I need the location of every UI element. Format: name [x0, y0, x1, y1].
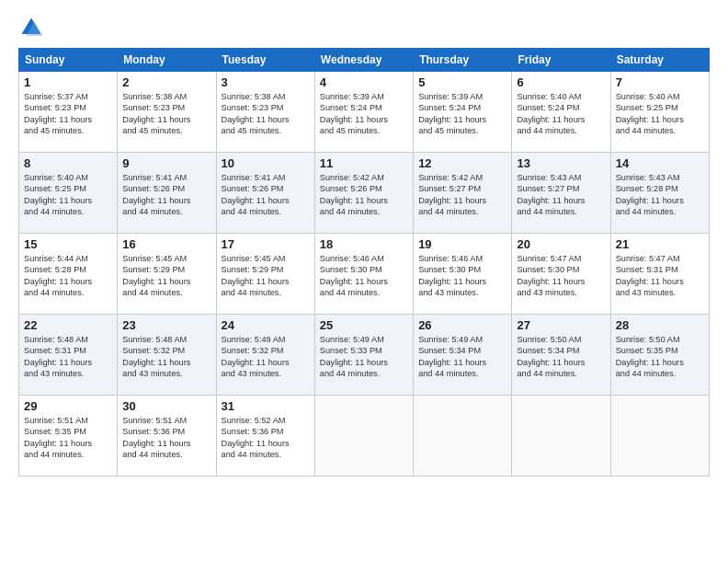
- day-info: Sunrise: 5:51 AM Sunset: 5:36 PM Dayligh…: [122, 415, 210, 461]
- day-info: Sunrise: 5:47 AM Sunset: 5:30 PM Dayligh…: [517, 253, 605, 299]
- calendar-cell: 30 Sunrise: 5:51 AM Sunset: 5:36 PM Dayl…: [118, 396, 216, 477]
- day-number: 24: [222, 318, 310, 332]
- calendar-cell: 26 Sunrise: 5:49 AM Sunset: 5:34 PM Dayl…: [414, 315, 512, 396]
- calendar-cell: 17 Sunrise: 5:45 AM Sunset: 5:29 PM Dayl…: [216, 234, 314, 315]
- day-number: 7: [616, 75, 704, 89]
- day-info: Sunrise: 5:43 AM Sunset: 5:28 PM Dayligh…: [616, 172, 704, 218]
- calendar-cell: [512, 396, 610, 477]
- day-number: 6: [517, 75, 605, 89]
- calendar-cell: 7 Sunrise: 5:40 AM Sunset: 5:25 PM Dayli…: [610, 72, 709, 153]
- calendar-cell: 16 Sunrise: 5:45 AM Sunset: 5:29 PM Dayl…: [118, 234, 216, 315]
- day-number: 10: [222, 156, 310, 170]
- day-info: Sunrise: 5:49 AM Sunset: 5:33 PM Dayligh…: [320, 334, 408, 380]
- day-number: 9: [122, 156, 210, 170]
- logo-icon: [18, 15, 44, 40]
- day-info: Sunrise: 5:39 AM Sunset: 5:24 PM Dayligh…: [418, 91, 506, 137]
- day-number: 4: [320, 75, 408, 89]
- day-info: Sunrise: 5:41 AM Sunset: 5:26 PM Dayligh…: [222, 172, 310, 218]
- day-info: Sunrise: 5:38 AM Sunset: 5:23 PM Dayligh…: [222, 91, 310, 137]
- calendar-cell: 6 Sunrise: 5:40 AM Sunset: 5:24 PM Dayli…: [512, 72, 610, 153]
- day-number: 13: [517, 156, 605, 170]
- day-number: 2: [122, 75, 210, 89]
- calendar-cell: [414, 396, 512, 477]
- calendar-cell: 19 Sunrise: 5:46 AM Sunset: 5:30 PM Dayl…: [414, 234, 512, 315]
- calendar-cell: [314, 396, 413, 477]
- day-number: 21: [616, 237, 704, 251]
- header-friday: Friday: [512, 49, 610, 72]
- header-monday: Monday: [118, 49, 216, 72]
- day-info: Sunrise: 5:51 AM Sunset: 5:35 PM Dayligh…: [24, 415, 112, 461]
- header: [18, 15, 710, 40]
- day-info: Sunrise: 5:46 AM Sunset: 5:30 PM Dayligh…: [418, 253, 506, 299]
- day-number: 31: [222, 399, 310, 413]
- day-number: 5: [418, 75, 506, 89]
- day-info: Sunrise: 5:49 AM Sunset: 5:34 PM Dayligh…: [418, 334, 506, 380]
- day-number: 29: [24, 399, 112, 413]
- day-number: 15: [24, 237, 112, 251]
- day-number: 14: [616, 156, 704, 170]
- day-info: Sunrise: 5:38 AM Sunset: 5:23 PM Dayligh…: [122, 91, 210, 137]
- day-number: 26: [418, 318, 506, 332]
- calendar-cell: 9 Sunrise: 5:41 AM Sunset: 5:26 PM Dayli…: [118, 153, 216, 234]
- calendar-cell: 23 Sunrise: 5:48 AM Sunset: 5:32 PM Dayl…: [118, 315, 216, 396]
- day-info: Sunrise: 5:52 AM Sunset: 5:36 PM Dayligh…: [222, 415, 310, 461]
- day-number: 17: [222, 237, 310, 251]
- day-number: 20: [517, 237, 605, 251]
- calendar-cell: 31 Sunrise: 5:52 AM Sunset: 5:36 PM Dayl…: [216, 396, 314, 477]
- calendar-cell: 1 Sunrise: 5:37 AM Sunset: 5:23 PM Dayli…: [19, 72, 118, 153]
- calendar-cell: 22 Sunrise: 5:48 AM Sunset: 5:31 PM Dayl…: [19, 315, 118, 396]
- day-number: 25: [320, 318, 408, 332]
- header-tuesday: Tuesday: [216, 49, 314, 72]
- day-info: Sunrise: 5:40 AM Sunset: 5:24 PM Dayligh…: [517, 91, 605, 137]
- calendar-cell: [610, 396, 709, 477]
- calendar-cell: 2 Sunrise: 5:38 AM Sunset: 5:23 PM Dayli…: [118, 72, 216, 153]
- day-number: 27: [517, 318, 605, 332]
- day-info: Sunrise: 5:44 AM Sunset: 5:28 PM Dayligh…: [24, 253, 112, 299]
- day-number: 19: [418, 237, 506, 251]
- calendar-cell: 8 Sunrise: 5:40 AM Sunset: 5:25 PM Dayli…: [19, 153, 118, 234]
- day-number: 12: [418, 156, 506, 170]
- calendar-week-2: 8 Sunrise: 5:40 AM Sunset: 5:25 PM Dayli…: [19, 153, 710, 234]
- calendar-week-3: 15 Sunrise: 5:44 AM Sunset: 5:28 PM Dayl…: [19, 234, 710, 315]
- calendar-cell: 12 Sunrise: 5:42 AM Sunset: 5:27 PM Dayl…: [414, 153, 512, 234]
- calendar-cell: 14 Sunrise: 5:43 AM Sunset: 5:28 PM Dayl…: [610, 153, 709, 234]
- header-wednesday: Wednesday: [314, 49, 413, 72]
- day-number: 22: [24, 318, 112, 332]
- header-saturday: Saturday: [610, 49, 709, 72]
- day-info: Sunrise: 5:49 AM Sunset: 5:32 PM Dayligh…: [222, 334, 310, 380]
- day-info: Sunrise: 5:37 AM Sunset: 5:23 PM Dayligh…: [24, 91, 112, 137]
- logo: [18, 15, 48, 40]
- calendar-cell: 10 Sunrise: 5:41 AM Sunset: 5:26 PM Dayl…: [216, 153, 314, 234]
- day-info: Sunrise: 5:41 AM Sunset: 5:26 PM Dayligh…: [122, 172, 210, 218]
- day-number: 23: [122, 318, 210, 332]
- day-number: 16: [122, 237, 210, 251]
- calendar-week-5: 29 Sunrise: 5:51 AM Sunset: 5:35 PM Dayl…: [19, 396, 710, 477]
- calendar-cell: 4 Sunrise: 5:39 AM Sunset: 5:24 PM Dayli…: [314, 72, 413, 153]
- day-info: Sunrise: 5:50 AM Sunset: 5:34 PM Dayligh…: [517, 334, 605, 380]
- day-info: Sunrise: 5:43 AM Sunset: 5:27 PM Dayligh…: [517, 172, 605, 218]
- calendar-cell: 5 Sunrise: 5:39 AM Sunset: 5:24 PM Dayli…: [414, 72, 512, 153]
- calendar-cell: 27 Sunrise: 5:50 AM Sunset: 5:34 PM Dayl…: [512, 315, 610, 396]
- header-sunday: Sunday: [19, 49, 118, 72]
- day-number: 28: [616, 318, 704, 332]
- day-number: 1: [24, 75, 112, 89]
- day-number: 11: [320, 156, 408, 170]
- page: SundayMondayTuesdayWednesdayThursdayFrid…: [0, 0, 728, 563]
- day-info: Sunrise: 5:45 AM Sunset: 5:29 PM Dayligh…: [122, 253, 210, 299]
- calendar-cell: 18 Sunrise: 5:46 AM Sunset: 5:30 PM Dayl…: [314, 234, 413, 315]
- calendar-cell: 20 Sunrise: 5:47 AM Sunset: 5:30 PM Dayl…: [512, 234, 610, 315]
- day-info: Sunrise: 5:40 AM Sunset: 5:25 PM Dayligh…: [24, 172, 112, 218]
- day-info: Sunrise: 5:42 AM Sunset: 5:26 PM Dayligh…: [320, 172, 408, 218]
- day-info: Sunrise: 5:42 AM Sunset: 5:27 PM Dayligh…: [418, 172, 506, 218]
- calendar-header-row: SundayMondayTuesdayWednesdayThursdayFrid…: [19, 49, 710, 72]
- calendar-cell: 24 Sunrise: 5:49 AM Sunset: 5:32 PM Dayl…: [216, 315, 314, 396]
- day-info: Sunrise: 5:48 AM Sunset: 5:31 PM Dayligh…: [24, 334, 112, 380]
- header-thursday: Thursday: [414, 49, 512, 72]
- day-number: 18: [320, 237, 408, 251]
- calendar-cell: 28 Sunrise: 5:50 AM Sunset: 5:35 PM Dayl…: [610, 315, 709, 396]
- day-info: Sunrise: 5:39 AM Sunset: 5:24 PM Dayligh…: [320, 91, 408, 137]
- day-info: Sunrise: 5:50 AM Sunset: 5:35 PM Dayligh…: [616, 334, 704, 380]
- day-info: Sunrise: 5:46 AM Sunset: 5:30 PM Dayligh…: [320, 253, 408, 299]
- calendar-cell: 29 Sunrise: 5:51 AM Sunset: 5:35 PM Dayl…: [19, 396, 118, 477]
- day-number: 3: [222, 75, 310, 89]
